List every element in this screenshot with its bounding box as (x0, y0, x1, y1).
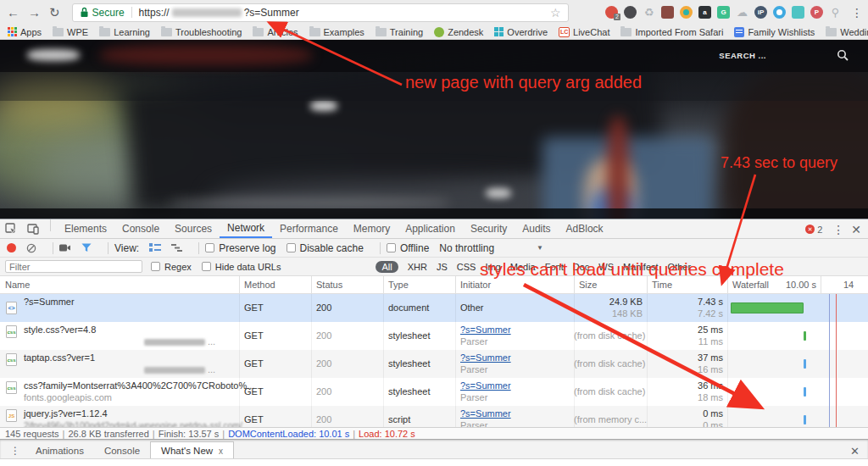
table-row[interactable]: JS jquery.js?ver=1.12.4 2ifprv496v3b100p… (0, 406, 868, 427)
overview-icon[interactable] (171, 243, 182, 252)
forward-button[interactable]: → (28, 6, 41, 19)
col-initiator[interactable]: Initiator (460, 280, 491, 290)
recycle-icon[interactable]: ♻ (643, 6, 655, 19)
ip-icon[interactable]: iP (754, 6, 767, 19)
teal-icon[interactable] (792, 6, 804, 19)
reload-button[interactable]: ↻ (49, 6, 60, 19)
col-type[interactable]: Type (388, 280, 409, 290)
bookmark-imported-from-safari[interactable]: Imported From Safari (620, 27, 723, 37)
donut-icon[interactable] (680, 6, 693, 19)
clear-button[interactable] (26, 243, 36, 253)
request-name[interactable]: ?s=Summer (24, 297, 75, 307)
error-badge[interactable]: ✕ 2 (805, 225, 822, 235)
site-search-icon[interactable] (836, 48, 849, 62)
bookmark-troubleshooting[interactable]: Troubleshooting (161, 27, 242, 37)
filter-pill-all[interactable]: All (376, 261, 398, 273)
colorwheel-icon[interactable] (624, 6, 637, 19)
drawer-tab-animations[interactable]: Animations (25, 441, 94, 459)
col-waterfall[interactable]: Waterfall (732, 280, 769, 290)
glasses-icon[interactable] (661, 6, 674, 19)
col-method[interactable]: Method (244, 280, 275, 290)
devtools-menu-icon[interactable]: ⋮ (832, 223, 844, 236)
bookmark-apps[interactable]: Apps (8, 27, 42, 37)
cloud-icon[interactable]: ☁ (736, 6, 748, 19)
drawer-tab-whats-new[interactable]: What's New x (150, 441, 234, 459)
offline-checkbox[interactable]: Offline (387, 242, 429, 254)
waterfall-tick[interactable] (804, 415, 806, 424)
drawer-tab-close-icon[interactable]: x (219, 447, 223, 456)
request-name[interactable]: jquery.js?ver=1.12.4 (24, 408, 108, 419)
bookmark-overdrive[interactable]: Overdrive (494, 27, 548, 37)
address-bar[interactable]: Secure https:// ?s=Summer ☆ (72, 3, 569, 22)
waterfall-tick[interactable] (804, 331, 806, 341)
tab-performance[interactable]: Performance (272, 219, 346, 238)
initiator-link[interactable]: ?s=Summer (460, 352, 511, 363)
drawer-tab-console[interactable]: Console (94, 441, 150, 459)
bookmark-examples[interactable]: Examples (309, 27, 364, 37)
capture-screenshots-icon[interactable] (59, 243, 71, 252)
initiator-link[interactable]: ?s=Summer (460, 380, 511, 391)
request-name[interactable]: taptap.css?ver=1 (24, 352, 95, 363)
back-button[interactable]: ← (7, 6, 19, 19)
filter-pill-css[interactable]: CSS (457, 262, 476, 272)
filter-pill-xhr[interactable]: XHR (408, 262, 427, 272)
bookmark-learning[interactable]: Learning (99, 27, 150, 37)
initiator-link[interactable]: ?s=Summer (460, 325, 511, 335)
large-rows-icon[interactable] (149, 243, 161, 252)
bookmark-articles[interactable]: Articles (253, 27, 298, 37)
initiator-link[interactable]: ?s=Summer (460, 408, 511, 419)
tab-adblock[interactable]: AdBlock (559, 219, 611, 238)
device-toolbar-icon[interactable] (22, 219, 44, 238)
regex-checkbox[interactable]: Regex (151, 262, 192, 272)
hide-data-urls-checkbox[interactable]: Hide data URLs (202, 262, 281, 272)
col-name[interactable]: Name (5, 280, 30, 290)
request-name[interactable]: style.css?ver=4.8 (24, 325, 96, 335)
waterfall-tick[interactable] (804, 359, 806, 369)
ankh-icon[interactable]: ⚲ (829, 6, 842, 19)
waterfall-tick[interactable] (804, 387, 806, 397)
filter-input[interactable] (5, 260, 142, 273)
tab-memory[interactable]: Memory (346, 219, 398, 238)
table-row[interactable]: css style.css?ver=4.8 ... GET 200 styles… (0, 322, 868, 350)
tab-sources[interactable]: Sources (167, 219, 220, 238)
col-size[interactable]: Size (579, 280, 597, 290)
drawer-close-icon[interactable]: ✕ (850, 445, 860, 458)
table-row[interactable]: <> ?s=Summer GET 200 document Other 24.9… (0, 294, 868, 322)
bookmark-zendesk[interactable]: Zendesk (434, 27, 483, 37)
throttling-select[interactable]: No throttling (439, 242, 494, 254)
request-name[interactable]: css?family=Montserrat%3A400%2C700%7CRobo… (24, 380, 254, 391)
bookmark-star-icon[interactable]: ☆ (550, 6, 561, 19)
record-button[interactable] (7, 243, 16, 252)
blocker-icon[interactable]: 2 (605, 6, 618, 19)
bookmark-wedding[interactable]: Wedding (826, 27, 868, 37)
bookmark-livechat[interactable]: LCLiveChat (559, 27, 609, 37)
ring-icon[interactable] (773, 6, 786, 19)
bookmark-family-wishlists[interactable]: Family Wishlists (734, 27, 815, 37)
table-row[interactable]: css taptap.css?ver=1 ... GET 200 stylesh… (0, 350, 868, 378)
bookmark-training[interactable]: Training (376, 27, 423, 37)
browser-menu-icon[interactable]: ⋮ (851, 6, 863, 19)
tab-application[interactable]: Application (398, 219, 463, 238)
bookmark-wpe[interactable]: WPE (53, 27, 88, 37)
throttling-dropdown-icon[interactable]: ▼ (537, 244, 543, 252)
waterfall-bar[interactable] (731, 302, 804, 313)
preserve-log-checkbox[interactable]: Preserve log (205, 242, 275, 254)
amazon-icon[interactable]: a (698, 6, 711, 19)
drawer-menu-icon[interactable]: ⋮ (5, 441, 25, 459)
tab-audits[interactable]: Audits (515, 219, 558, 238)
tab-console[interactable]: Console (114, 219, 167, 238)
inspect-element-icon[interactable] (0, 219, 22, 238)
tab-security[interactable]: Security (463, 219, 515, 238)
devtools-close-icon[interactable]: ✕ (851, 223, 861, 236)
disable-cache-checkbox[interactable]: Disable cache (287, 242, 364, 254)
filter-pill-js[interactable]: JS (437, 262, 448, 272)
col-time[interactable]: Time (652, 280, 672, 290)
col-status[interactable]: Status (316, 280, 342, 290)
site-search-label[interactable]: SEARCH ... (719, 51, 766, 60)
table-row[interactable]: css css?family=Montserrat%3A400%2C700%7C… (0, 378, 868, 406)
filter-icon[interactable] (81, 243, 92, 252)
tab-elements[interactable]: Elements (57, 219, 114, 238)
tab-network[interactable]: Network (220, 219, 272, 238)
pinterest-icon[interactable]: P (810, 6, 823, 19)
grammarly-icon[interactable]: G (717, 6, 730, 19)
